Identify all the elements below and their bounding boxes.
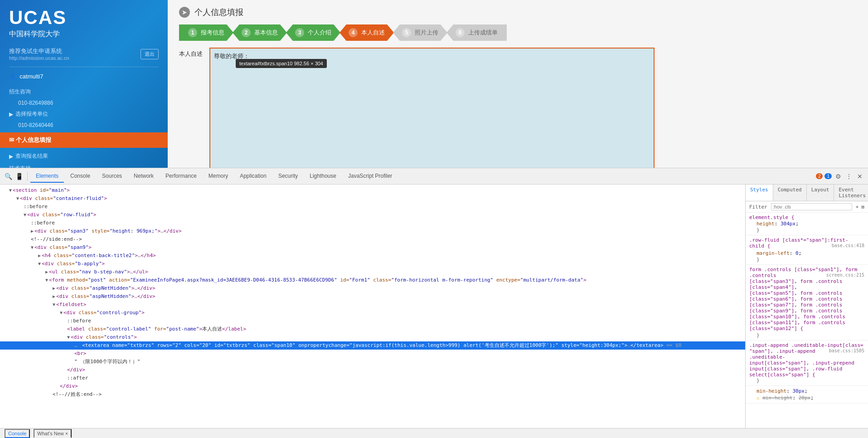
html-line[interactable]: <label class="control-label" for="post-n… bbox=[0, 325, 745, 333]
tooltip-text: textarea#txtbrzs.span10 982.56 × 304 bbox=[239, 61, 323, 66]
styles-prop-min-height-30: min-height: 30px; bbox=[749, 388, 864, 394]
html-panel[interactable]: ▼<section id="main"> ▼<div class="contai… bbox=[0, 185, 746, 428]
console-bar: Console What's New × bbox=[0, 428, 868, 438]
html-line[interactable]: ▶<ul class="nav b-step-nav">…</ul> bbox=[0, 268, 745, 276]
styles-selector: form .controls [class="span1"], form .co… bbox=[749, 267, 864, 278]
tab-elements[interactable]: Elements bbox=[30, 170, 64, 183]
html-line[interactable]: ▼<div class="b-apply"> bbox=[0, 260, 745, 268]
step-1-num: 1 bbox=[188, 28, 197, 37]
devtools-left-icons: 🔍 📱 bbox=[4, 172, 28, 181]
step-5[interactable]: 5 照片上传 bbox=[393, 24, 447, 41]
html-line[interactable]: ::after bbox=[0, 374, 745, 382]
styles-selector: .input-append .uneditable-input[class= b… bbox=[749, 342, 864, 348]
styles-tab-styles[interactable]: Styles bbox=[746, 185, 773, 201]
devtools-body: ▼<section id="main"> ▼<div class="contai… bbox=[0, 185, 868, 428]
step-3[interactable]: 3 个人介绍 bbox=[286, 24, 340, 41]
styles-tabs: Styles Computed Layout Event Listeners › bbox=[746, 185, 868, 201]
step-1[interactable]: 1 报考信息 bbox=[179, 24, 233, 41]
html-line[interactable]: ▼<div class="control-group"> bbox=[0, 309, 745, 317]
step-3-label: 个人介绍 bbox=[308, 29, 331, 37]
html-line[interactable]: ▼<div class="span9"> bbox=[0, 243, 745, 252]
sidebar-item-personal-info[interactable]: ✉ 个人信息填报 bbox=[0, 132, 168, 148]
user-icon: 👤 bbox=[9, 73, 16, 80]
phone2: 010-82640446 bbox=[9, 120, 159, 130]
more-icon[interactable]: ⋮ bbox=[844, 172, 853, 181]
html-line[interactable]: <br> bbox=[0, 350, 745, 358]
tab-js-profiler[interactable]: JavaScript Profiler bbox=[343, 170, 398, 183]
tab-console[interactable]: Console bbox=[65, 170, 96, 183]
device-icon[interactable]: 📱 bbox=[15, 172, 24, 181]
tab-memory[interactable]: Memory bbox=[203, 170, 233, 183]
step-6-label: 上传成绩单 bbox=[468, 29, 498, 37]
envelope-icon: ✉ bbox=[9, 136, 16, 143]
html-line[interactable]: ▼<fieldset> bbox=[0, 301, 745, 309]
sidebar-user: 👤 catmulti7 bbox=[0, 69, 168, 83]
settings-icon[interactable]: ⚙ bbox=[834, 172, 843, 181]
styles-tab-layout[interactable]: Layout bbox=[807, 185, 834, 201]
tab-lighthouse[interactable]: Lighthouse bbox=[304, 170, 342, 183]
styles-selector: element.style { bbox=[749, 214, 864, 220]
styles-tab-event-listeners[interactable]: Event Listeners bbox=[834, 185, 868, 201]
consulting-label: 招生咨询 bbox=[9, 88, 31, 96]
html-line[interactable]: <!--//side:end--> bbox=[0, 235, 745, 243]
html-line[interactable]: ::before bbox=[0, 219, 745, 227]
page-title: 个人信息填报 bbox=[194, 7, 243, 18]
html-line[interactable]: ▶<div class="span3" style="height: 969px… bbox=[0, 227, 745, 235]
inspector-icon[interactable]: 🔍 bbox=[4, 172, 13, 181]
html-line[interactable]: </div> bbox=[0, 366, 745, 374]
filter-label: Filter bbox=[749, 204, 767, 210]
system-info: 推荐免试生申请系统 http://admission.ucas.ac.cn bbox=[9, 47, 69, 61]
styles-tab-computed[interactable]: Computed bbox=[773, 185, 807, 201]
step-6-num: 6 bbox=[456, 28, 465, 37]
close-devtools-icon[interactable]: ✕ bbox=[855, 172, 864, 181]
arrow-icon2: ▶ bbox=[9, 153, 13, 160]
step-4-label: 本人自述 bbox=[361, 29, 385, 37]
sidebar-item-results[interactable]: ▶ 查询报名结果 bbox=[9, 150, 159, 162]
filter-add-icon[interactable]: + bbox=[856, 204, 859, 210]
html-line-selected[interactable]: … <textarea name="txtbrzs" rows="2" cols… bbox=[0, 341, 745, 350]
html-line[interactable]: ▼<div class="controls"> bbox=[0, 333, 745, 341]
element-tooltip: textarea#txtbrzs.span10 982.56 × 304 bbox=[236, 59, 327, 68]
html-line[interactable]: ::before bbox=[0, 203, 745, 211]
select-unit-label: 选择报考单位 bbox=[15, 110, 48, 118]
whats-new-tab-button[interactable]: What's New × bbox=[34, 429, 72, 438]
styles-filter-input[interactable] bbox=[771, 203, 852, 210]
html-line[interactable]: ▼<div class="row-fluid"> bbox=[0, 211, 745, 219]
filter-layout-icon[interactable]: ⊞ bbox=[861, 204, 864, 210]
results-label: 查询报名结果 bbox=[15, 152, 48, 160]
step-2[interactable]: 2 基本信息 bbox=[233, 24, 287, 41]
system-name: 推荐免试生申请系统 bbox=[9, 47, 69, 55]
sidebar-logo: UCAS 中国科学院大学 bbox=[0, 0, 168, 44]
step-5-label: 照片上传 bbox=[415, 29, 438, 37]
sidebar-nav: 招生咨询 010-82649886 ▶ 选择报考单位 010-82640446 bbox=[0, 83, 168, 132]
step-6[interactable]: 6 上传成绩单 bbox=[446, 24, 507, 41]
tab-performance[interactable]: Performance bbox=[160, 170, 202, 183]
tab-security[interactable]: Security bbox=[273, 170, 303, 183]
step-4[interactable]: 4 本人自述 bbox=[339, 24, 394, 41]
tab-application[interactable]: Application bbox=[234, 170, 272, 183]
html-line[interactable]: <!--//姓名:end--> bbox=[0, 390, 745, 399]
exit-button[interactable]: 退出 bbox=[141, 49, 159, 59]
ucas-logo-text: UCAS bbox=[9, 7, 159, 29]
html-line[interactable]: ▶<h4 class="content-back-title2">…</h4> bbox=[0, 252, 745, 260]
html-line[interactable]: ▶<div class="aspNetHidden">…</div> bbox=[0, 284, 745, 292]
sidebar: UCAS 中国科学院大学 推荐免试生申请系统 http://admission.… bbox=[0, 0, 168, 168]
styles-filter: Filter + ⊞ bbox=[746, 201, 868, 213]
tab-network[interactable]: Network bbox=[128, 170, 159, 183]
html-line[interactable]: ▼<div class="container-fluid"> bbox=[0, 195, 745, 203]
devtools-panel: 🔍 📱 Elements Console Sources Network Per… bbox=[0, 168, 868, 438]
html-line[interactable]: ::before bbox=[0, 317, 745, 325]
html-line[interactable]: </div> bbox=[0, 382, 745, 390]
tab-sources[interactable]: Sources bbox=[97, 170, 127, 183]
html-line[interactable]: " （限1000个字符以内！）" bbox=[0, 358, 745, 366]
html-line[interactable]: ▶<div class="aspNetHidden">…</div> bbox=[0, 292, 745, 301]
console-tab-button[interactable]: Console bbox=[5, 429, 30, 438]
sidebar-item-select-unit[interactable]: ▶ 选择报考单位 bbox=[9, 108, 159, 120]
styles-panel: Styles Computed Layout Event Listeners ›… bbox=[746, 185, 868, 428]
html-line[interactable]: ▼<section id="main"> bbox=[0, 186, 745, 195]
back-icon[interactable]: ➤ bbox=[179, 7, 190, 18]
phone1: 010-82649886 bbox=[9, 98, 159, 108]
arrow-icon: ▶ bbox=[9, 111, 13, 117]
html-line[interactable]: ▼<form method="post" action="ExamineeInf… bbox=[0, 276, 745, 284]
error-badge: 2 bbox=[816, 173, 823, 179]
